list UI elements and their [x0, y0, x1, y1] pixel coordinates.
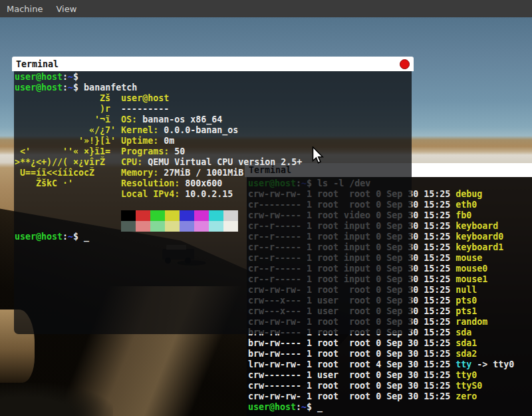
palette-swatch	[194, 221, 209, 232]
palette-swatch	[121, 221, 136, 232]
shell-prompt-line: user@host:~$	[15, 72, 412, 83]
fetch-line: )r ---------	[15, 104, 412, 114]
palette-swatch	[223, 221, 238, 232]
terminal1-title: Terminal	[16, 59, 59, 69]
fetch-line: Zš user@host	[15, 93, 412, 104]
terminal1-titlebar[interactable]: Terminal	[12, 57, 414, 71]
fetch-line: U==íï<<ííîcocŽ Memory: 27MiB / 1001MiB	[15, 168, 412, 178]
palette-swatch	[136, 210, 150, 221]
palette-swatch	[121, 210, 136, 221]
shell-prompt-line: user@host:~$ _	[15, 232, 412, 242]
palette-swatch	[165, 221, 180, 232]
ls-row: lrw-rw-rw- 1 root root 4 Sep 30 15:25 tt…	[248, 359, 532, 370]
palette-swatch	[150, 210, 165, 221]
mouse-cursor-icon	[312, 146, 324, 167]
palette-row	[15, 221, 412, 232]
wallpaper-dark-rocks	[0, 383, 113, 416]
fetch-line: '¬ï OS: banan-os x86_64	[15, 114, 412, 125]
vm-menu-bar: Machine View	[0, 0, 532, 17]
fetch-line: '»!}[ì' Uptime: 0m	[15, 136, 412, 146]
ls-row: crw------- 1 user root 0 Sep 30 15:25 tt…	[248, 370, 532, 381]
menu-item-machine[interactable]: Machine	[7, 4, 43, 14]
fetch-line: <' ''« ×}ï1= Programs: 50	[15, 146, 412, 157]
terminal-window-bananfetch[interactable]: Terminal user@host:~$user@host:~$ bananf…	[12, 57, 414, 336]
palette-swatch	[209, 210, 223, 221]
palette-swatch	[136, 221, 150, 232]
palette-swatch	[223, 210, 238, 221]
ls-row: crw------- 1 root root 0 Sep 30 15:25 tt…	[248, 381, 532, 391]
palette-swatch	[150, 221, 165, 232]
fetch-line: >**¿<+)//( ×¿vîrŽ CPU: QEMU Virtual CPU …	[15, 157, 412, 168]
ls-row: brw-rw---- 1 root root 0 Sep 30 15:25 sd…	[248, 349, 532, 359]
shell-prompt-line: user@host:~$ bananfetch	[15, 83, 412, 93]
close-button-icon[interactable]	[400, 59, 410, 69]
ls-row: crw-rw-rw- 1 root root 0 Sep 30 15:25 ze…	[248, 391, 532, 402]
ls-row: brw-rw---- 1 root root 0 Sep 30 15:25 sd…	[248, 338, 532, 349]
fetch-line: Local IPv4: 10.0.2.15	[15, 189, 412, 200]
shell-prompt-line: user@host:~$ _	[248, 402, 532, 413]
palette-swatch	[165, 210, 180, 221]
palette-row	[15, 210, 412, 221]
fetch-line: «/¿7' Kernel: 0.0.0-banan_os	[15, 125, 412, 136]
fetch-line: ŽškC ·' Resolution: 800x600	[15, 178, 412, 189]
palette-swatch	[180, 210, 194, 221]
palette-swatch	[209, 221, 223, 232]
palette-swatch	[194, 210, 209, 221]
menu-item-view[interactable]: View	[56, 4, 76, 14]
fetch-line	[15, 200, 412, 210]
palette-swatch	[180, 221, 194, 232]
terminal1-content[interactable]: user@host:~$user@host:~$ bananfetch Zš u…	[14, 71, 412, 334]
